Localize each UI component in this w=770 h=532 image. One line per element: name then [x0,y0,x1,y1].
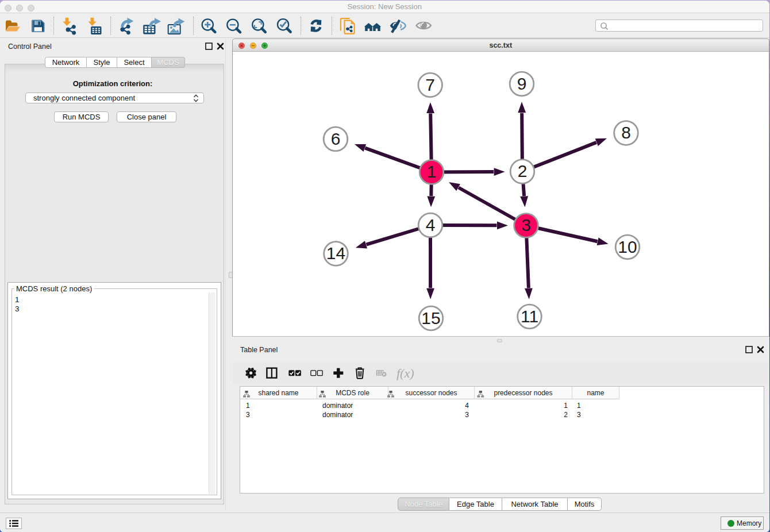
svg-text:11: 11 [521,307,538,326]
svg-text:9: 9 [517,74,527,93]
svg-text:14: 14 [326,244,345,263]
svg-text:3: 3 [521,215,531,234]
svg-text:10: 10 [618,237,637,256]
svg-text:15: 15 [421,309,440,327]
svg-text:1: 1 [427,162,437,181]
svg-text:6: 6 [331,129,341,148]
svg-text:2: 2 [518,161,528,180]
svg-text:4: 4 [426,215,436,234]
svg-text:7: 7 [425,75,435,94]
svg-text:8: 8 [621,123,631,142]
svg-text:f(x): f(x) [396,366,414,380]
